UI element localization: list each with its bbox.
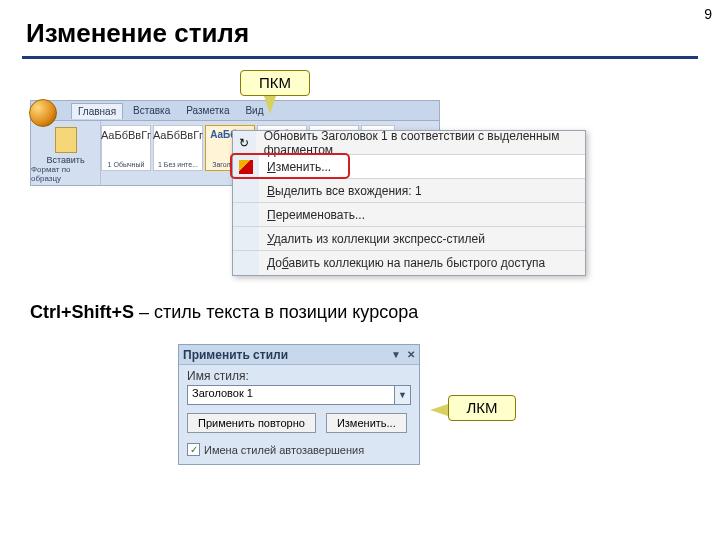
style-label: 1 Без инте... <box>158 161 198 168</box>
paste-icon[interactable] <box>55 127 77 153</box>
autocomplete-label: Имена стилей автозавершения <box>204 444 364 456</box>
callout-left-click-tail <box>430 404 448 416</box>
paste-label: Вставить <box>46 155 84 165</box>
style-name-field[interactable]: Заголовок 1 <box>187 385 395 405</box>
reapply-button[interactable]: Применить повторно <box>187 413 316 433</box>
dropdown-icon[interactable]: ▼ <box>391 349 401 360</box>
style-preview: АаБбВвГг <box>153 129 203 141</box>
page-title: Изменение стиля <box>26 18 249 49</box>
ctxmenu-item-label: Обновить Заголовок 1 в соответствии с вы… <box>256 129 585 157</box>
style-preview: АаБбВвГг <box>101 129 151 141</box>
ctxmenu-item-label: Выделить все вхождения: 1 <box>259 184 422 198</box>
blank-icon <box>233 251 259 275</box>
ctxmenu-item[interactable]: ↻Обновить Заголовок 1 в соответствии с в… <box>233 131 585 155</box>
tab-layout[interactable]: Разметка <box>180 103 235 118</box>
edit-icon <box>233 155 259 178</box>
autocomplete-checkbox-row[interactable]: ✓ Имена стилей автозавершения <box>179 441 419 464</box>
blank-icon <box>233 203 259 226</box>
style-label: 1 Обычный <box>108 161 145 168</box>
ctxmenu-item[interactable]: Изменить... <box>233 155 585 179</box>
callout-right-click-tail <box>264 96 276 114</box>
blank-icon <box>233 227 259 250</box>
callout-left-click: ЛКМ <box>448 395 516 421</box>
refresh-icon: ↻ <box>233 131 256 154</box>
clipboard-group: Вставить Формат по образцу <box>31 121 101 185</box>
ribbon-tabbar: Главная Вставка Разметка Вид <box>31 101 439 121</box>
checkbox-icon[interactable]: ✓ <box>187 443 200 456</box>
style-normal[interactable]: АаБбВвГг 1 Обычный <box>101 125 151 171</box>
apply-styles-title: Применить стили <box>183 348 288 362</box>
style-no-spacing[interactable]: АаБбВвГг 1 Без инте... <box>153 125 203 171</box>
shortcut-description: Ctrl+Shift+S – стиль текста в позиции ку… <box>30 302 418 323</box>
tab-insert[interactable]: Вставка <box>127 103 176 118</box>
shortcut-keys: Ctrl+Shift+S <box>30 302 134 322</box>
ctxmenu-item[interactable]: Переименовать... <box>233 203 585 227</box>
ctxmenu-item-label: Удалить из коллекции экспресс-стилей <box>259 232 485 246</box>
modify-button[interactable]: Изменить... <box>326 413 407 433</box>
format-painter-label[interactable]: Формат по образцу <box>31 165 100 183</box>
callout-right-click: ПКМ <box>240 70 310 96</box>
ctxmenu-item-label: Изменить... <box>259 160 331 174</box>
close-icon[interactable]: ✕ <box>407 349 415 360</box>
tab-home[interactable]: Главная <box>71 103 123 119</box>
blank-icon <box>233 179 259 202</box>
apply-styles-header: Применить стили ▼ ✕ <box>179 345 419 365</box>
ctxmenu-item-label: Добавить коллекцию на панель быстрого до… <box>259 256 545 270</box>
office-button-icon[interactable] <box>29 99 57 127</box>
ctxmenu-item[interactable]: Удалить из коллекции экспресс-стилей <box>233 227 585 251</box>
style-context-menu: ↻Обновить Заголовок 1 в соответствии с в… <box>232 130 586 276</box>
page-number: 9 <box>704 6 712 22</box>
ctxmenu-item[interactable]: Добавить коллекцию на панель быстрого до… <box>233 251 585 275</box>
style-name-select[interactable]: Заголовок 1 ▼ <box>187 385 411 405</box>
ctxmenu-item-label: Переименовать... <box>259 208 365 222</box>
chevron-down-icon[interactable]: ▼ <box>395 385 411 405</box>
ctxmenu-item[interactable]: Выделить все вхождения: 1 <box>233 179 585 203</box>
style-name-label: Имя стиля: <box>179 365 419 385</box>
apply-styles-pane: Применить стили ▼ ✕ Имя стиля: Заголовок… <box>178 344 420 465</box>
title-divider <box>22 56 698 59</box>
shortcut-text: – стиль текста в позиции курсора <box>134 302 418 322</box>
